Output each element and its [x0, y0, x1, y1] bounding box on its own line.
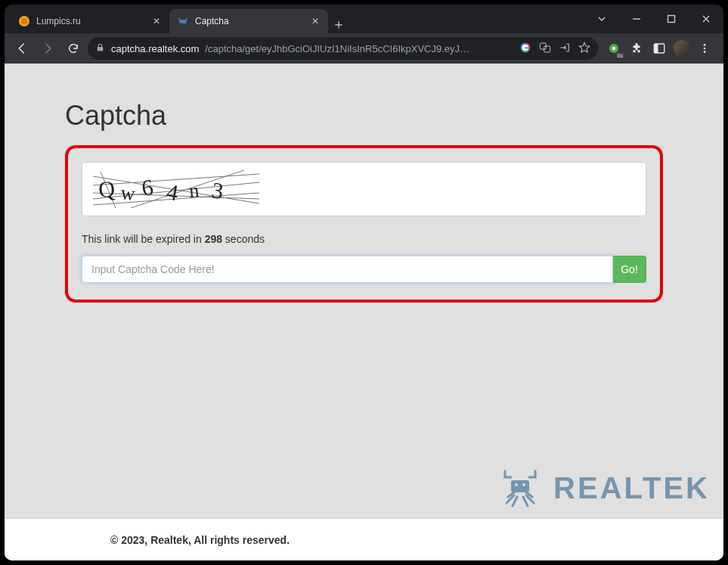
back-button[interactable] [11, 37, 33, 60]
google-icon[interactable] [519, 42, 531, 56]
expire-suffix: seconds [222, 233, 265, 245]
svg-point-17 [704, 48, 706, 50]
url-host: captcha.realtek.com [111, 43, 199, 54]
extension-shield-icon[interactable]: 6s [606, 40, 622, 57]
svg-line-3 [178, 18, 181, 20]
captcha-input[interactable] [82, 256, 613, 283]
page-viewport: Captcha Q w [5, 64, 723, 560]
captcha-input-row: Go! [82, 256, 646, 283]
svg-rect-15 [654, 44, 658, 53]
svg-point-40 [522, 483, 525, 486]
svg-rect-7 [98, 47, 104, 51]
tab-label: Lumpics.ru [36, 16, 145, 26]
window-controls [584, 5, 723, 33]
tab-captcha[interactable]: Captcha ✕ [169, 9, 328, 33]
chevron-down-icon[interactable] [584, 5, 619, 33]
translate-icon[interactable] [539, 42, 551, 56]
titlebar: Lumpics.ru ✕ Captcha ✕ ＋ [5, 5, 723, 33]
footer-text: © 2023, Realtek, All rights reserved. [110, 534, 290, 546]
close-icon[interactable]: ✕ [151, 16, 162, 26]
maximize-button[interactable] [654, 5, 689, 33]
forward-button[interactable] [36, 37, 59, 60]
new-tab-button[interactable]: ＋ [328, 15, 349, 33]
captcha-svg: Q w 6 4 n 3 [93, 170, 259, 208]
crab-icon [177, 15, 189, 27]
tab-strip: Lumpics.ru ✕ Captcha ✕ ＋ [5, 5, 584, 33]
go-button[interactable]: Go! [613, 256, 646, 283]
profile-avatar[interactable] [674, 40, 690, 57]
svg-text:4: 4 [165, 179, 181, 205]
page-content: Captcha Q w [65, 100, 663, 303]
svg-point-1 [21, 18, 27, 24]
svg-line-37 [513, 497, 517, 506]
brand-text: REALTEK [553, 471, 710, 505]
svg-line-4 [185, 18, 187, 20]
svg-text:Q: Q [98, 176, 116, 202]
extensions-icon[interactable] [628, 40, 645, 57]
browser-window: Lumpics.ru ✕ Captcha ✕ ＋ captcha.r [5, 5, 723, 560]
svg-text:w: w [119, 182, 136, 205]
crab-logo-icon [497, 467, 543, 509]
svg-point-16 [704, 44, 706, 46]
svg-text:n: n [188, 179, 200, 202]
svg-point-13 [612, 47, 616, 51]
realtek-watermark: REALTEK [497, 467, 710, 509]
menu-icon[interactable] [696, 40, 713, 57]
captcha-image: Q w 6 4 n 3 [82, 162, 646, 216]
url-path: /captcha/get/eyJhbGciOiJIUzI1NiIsInR5cCI… [205, 43, 513, 54]
captcha-card: Q w 6 4 n 3 This link will be expired in… [65, 145, 663, 303]
close-window-button[interactable] [689, 5, 723, 33]
svg-rect-6 [668, 16, 675, 23]
svg-line-38 [523, 497, 528, 506]
expire-text: This link will be expired in 298 seconds [82, 233, 646, 245]
expire-seconds: 298 [205, 233, 222, 245]
tab-lumpics[interactable]: Lumpics.ru ✕ [11, 9, 169, 33]
svg-rect-32 [511, 480, 529, 492]
svg-rect-9 [525, 47, 529, 48]
expire-prefix: This link will be expired in [82, 233, 205, 245]
minimize-button[interactable] [619, 5, 654, 33]
lock-icon [95, 42, 105, 54]
omnibox-actions [519, 42, 590, 56]
footer: © 2023, Realtek, All rights reserved. [5, 518, 723, 560]
bookmark-icon[interactable] [578, 42, 590, 56]
browser-toolbar: captcha.realtek.com/captcha/get/eyJhbGci… [5, 33, 723, 64]
extensions-area: 6s [601, 40, 717, 57]
close-icon[interactable]: ✕ [310, 16, 321, 26]
orange-circle-icon [18, 15, 30, 27]
reload-button[interactable] [62, 37, 85, 60]
tab-label: Captcha [195, 16, 304, 26]
svg-text:6: 6 [140, 174, 154, 200]
share-icon[interactable] [559, 42, 571, 56]
svg-point-39 [515, 483, 518, 486]
svg-text:3: 3 [210, 177, 225, 203]
svg-point-18 [704, 51, 706, 53]
page-title: Captcha [65, 100, 663, 132]
address-bar[interactable]: captcha.realtek.com/captcha/get/eyJhbGci… [88, 37, 598, 60]
side-panel-icon[interactable] [651, 40, 668, 57]
